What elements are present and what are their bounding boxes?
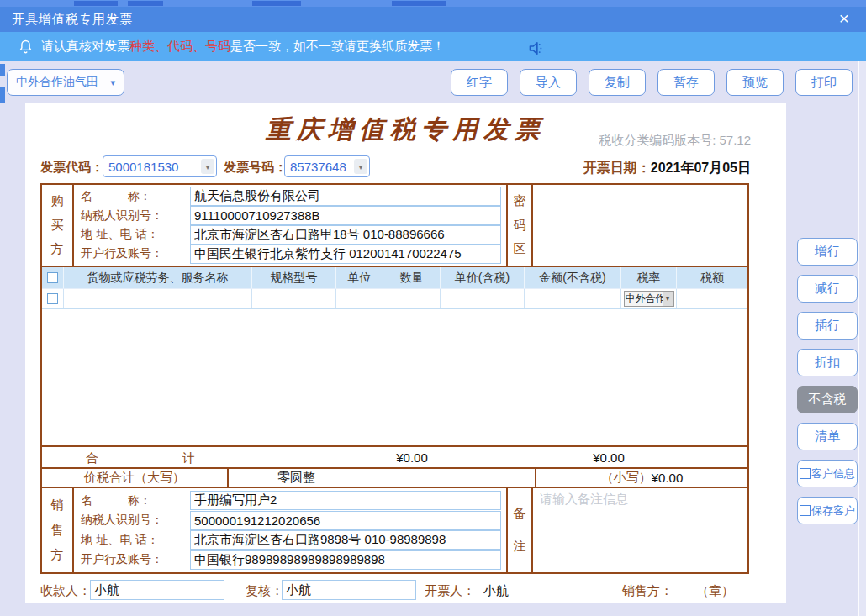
seller-name-row: 名 称：	[74, 492, 506, 510]
toolbar-buttons: 红字 导入 复制 暂存 预览 打印	[451, 69, 853, 96]
goods-name-cell[interactable]	[64, 289, 252, 308]
totals-row: 合 计 ¥0.00 ¥0.00	[42, 447, 747, 469]
password-area-label: 密 码 区	[506, 185, 533, 266]
invoice-code-select[interactable]: 5000181530 ▾	[103, 155, 217, 177]
tax-rate-cell: 中外合作 ▾	[621, 289, 677, 308]
invoice-number-select[interactable]: 85737648 ▾	[284, 155, 370, 177]
row-action-buttons: 增行 减行 插行 折扣 不含税 清单 客户信息 保存客户	[797, 238, 858, 524]
unit-price-cell[interactable]	[441, 289, 525, 308]
background-window-strip	[0, 0, 866, 7]
small-amount-value: ¥0.00	[652, 471, 684, 485]
buyer-bank-row: 开户行及账号：	[74, 245, 506, 263]
row-select-checkbox[interactable]	[47, 293, 58, 304]
copy-button[interactable]: 复制	[589, 69, 646, 96]
chevron-down-icon: ▾	[110, 77, 115, 88]
payee-label: 收款人：	[40, 583, 91, 599]
tax-amount-cell[interactable]	[677, 289, 747, 308]
seal-placeholder: （章）	[696, 583, 734, 599]
remark-area	[533, 488, 747, 572]
item-row: 中外合作 ▾	[42, 289, 747, 309]
seller-address-input[interactable]	[190, 530, 501, 550]
tax-code-version: 税收分类编码版本号: 57.12	[599, 133, 751, 149]
spec-cell[interactable]	[252, 289, 336, 308]
tax-excluded-toggle-button[interactable]: 不含税	[797, 386, 858, 413]
small-amount-label: （小写）	[601, 470, 652, 486]
invoice-code-value: 5000181530	[103, 160, 201, 174]
chevron-down-icon: ▾	[354, 159, 367, 174]
speaker-icon[interactable]	[528, 40, 545, 60]
seller-address-row: 地 址、电 话：	[74, 531, 506, 550]
invoice-date-value: 2021年07月05日	[651, 161, 751, 175]
buyer-name-input[interactable]	[190, 187, 501, 206]
preview-button[interactable]: 预览	[726, 69, 784, 96]
select-all-cell	[42, 267, 64, 288]
background-decoration	[0, 87, 5, 103]
list-button[interactable]: 清单	[797, 423, 858, 450]
import-button[interactable]: 导入	[520, 69, 577, 96]
save-draft-button[interactable]: 暂存	[657, 69, 715, 96]
buyer-section: 购 买 方 名 称： 纳税人识别号： 地 址、电 话：	[42, 185, 747, 267]
total-amount: ¥0.00	[362, 450, 462, 465]
seller-bank-row: 开户行及账号：	[74, 550, 506, 569]
invoice-date: 开票日期：2021年07月05日	[583, 160, 751, 177]
seller-fields: 名 称： 纳税人识别号： 地 址、电 话： 开户行及账号：	[74, 488, 506, 572]
background-decoration	[252, 1, 301, 6]
col-goods-name: 货物或应税劳务、服务名称	[64, 267, 252, 288]
invoice-number-value: 85737648	[285, 160, 354, 174]
insert-row-button[interactable]: 插行	[797, 312, 858, 340]
amount-cell[interactable]	[525, 289, 621, 308]
invoice-date-label: 开票日期：	[583, 160, 651, 176]
discount-button[interactable]: 折扣	[797, 349, 858, 376]
seller-name-input[interactable]	[190, 491, 501, 510]
col-spec: 规格型号	[252, 267, 336, 288]
password-area	[533, 185, 747, 266]
save-customer-checkbox[interactable]	[800, 505, 811, 516]
quantity-cell[interactable]	[383, 289, 441, 308]
add-row-button[interactable]: 增行	[797, 238, 858, 266]
invoice-number-label: 发票号码：	[224, 160, 287, 176]
seller-taxid-row: 纳税人识别号：	[74, 511, 506, 529]
tax-rate-select[interactable]: 中外合作 ▾	[624, 291, 674, 307]
reviewer-label: 复核：	[246, 583, 283, 599]
buyer-bank-input[interactable]	[190, 245, 501, 264]
invoice-type-value: 中外合作油气田	[16, 75, 98, 90]
buyer-name-row: 名 称：	[74, 187, 506, 206]
chevron-down-icon: ▾	[201, 159, 214, 174]
red-letter-button[interactable]: 红字	[451, 69, 508, 96]
seller-taxid-input[interactable]	[190, 511, 501, 530]
invoice-type-select[interactable]: 中外合作油气田 ▾	[7, 69, 124, 96]
capital-amount-row: 价税合计（大写） 零圆整 （小写）¥0.00	[42, 469, 747, 488]
remark-label: 备 注	[506, 488, 533, 572]
scroll-strip[interactable]	[858, 61, 866, 616]
background-decoration	[392, 1, 446, 6]
col-quantity: 数量	[383, 267, 441, 288]
background-decoration	[128, 1, 163, 6]
col-unit: 单位	[336, 267, 383, 288]
payee-input[interactable]	[90, 580, 224, 600]
customer-info-checkbox[interactable]	[800, 468, 811, 479]
buyer-taxid-input[interactable]	[190, 206, 501, 225]
row-select-cell	[42, 289, 64, 308]
buyer-address-row: 地 址、电 话：	[74, 225, 506, 244]
totals-label: 合 计	[86, 450, 202, 466]
save-customer-button[interactable]: 保存客户	[797, 497, 858, 524]
capital-value: 零圆整	[229, 469, 535, 487]
col-unit-price: 单价(含税)	[441, 267, 525, 288]
items-table-header: 货物或应税劳务、服务名称 规格型号 单位 数量 单价(含税) 金额(不含税) 税…	[42, 267, 747, 289]
buyer-address-input[interactable]	[190, 225, 501, 245]
close-icon[interactable]: ×	[834, 8, 854, 29]
print-button[interactable]: 打印	[795, 69, 853, 96]
invoice-grid: 购 买 方 名 称： 纳税人识别号： 地 址、电 话：	[40, 183, 749, 574]
reviewer-input[interactable]	[282, 580, 416, 600]
customer-info-button[interactable]: 客户信息	[797, 460, 858, 487]
remove-row-button[interactable]: 减行	[797, 275, 858, 303]
background-decoration	[74, 1, 118, 6]
select-all-checkbox[interactable]	[47, 272, 58, 283]
notice-text-post: 是否一致，如不一致请更换纸质发票！	[230, 39, 445, 55]
dialog-title: 开具增值税专用发票	[12, 12, 133, 28]
seller-section: 销 售 方 名 称： 纳税人识别号： 地 址、电 话：	[42, 488, 747, 572]
unit-cell[interactable]	[336, 289, 383, 308]
buyer-fields: 名 称： 纳税人识别号： 地 址、电 话： 开户行及账号：	[74, 185, 506, 266]
seller-bank-input[interactable]	[190, 550, 501, 570]
remark-input[interactable]	[533, 488, 747, 572]
